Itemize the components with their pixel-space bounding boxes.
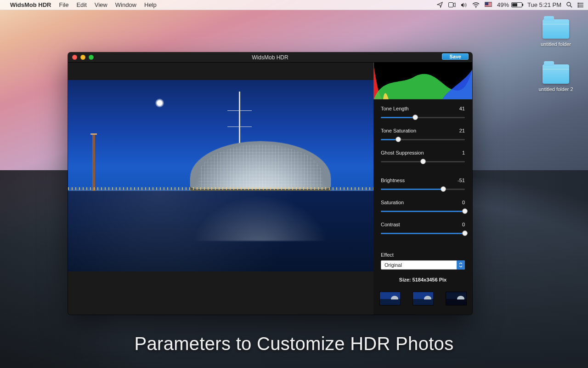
- slider-label: Contrast: [381, 222, 400, 227]
- folder-label: untitled folder: [537, 41, 574, 47]
- battery-icon: [511, 2, 522, 7]
- slider-contrast[interactable]: Contrast0: [381, 222, 465, 236]
- slider-value: -51: [458, 178, 465, 183]
- image-preview: [68, 80, 373, 271]
- histogram: [373, 63, 472, 99]
- volume-icon[interactable]: [461, 2, 467, 8]
- slider-tone-saturation[interactable]: Tone Saturation21: [381, 128, 465, 143]
- svg-point-7: [578, 2, 579, 3]
- battery-status[interactable]: 49%: [497, 1, 522, 8]
- menu-edit[interactable]: Edit: [76, 1, 86, 8]
- marketing-caption: Parameters to Customize HDR Photos: [0, 334, 588, 354]
- folder-icon: [543, 64, 569, 84]
- menu-window[interactable]: Window: [115, 1, 136, 8]
- svg-point-9: [578, 6, 579, 7]
- bracket-thumbnail[interactable]: [446, 292, 467, 305]
- slider-ghost-suppression[interactable]: Ghost Suppression1: [381, 150, 465, 165]
- slider-label: Brightness: [381, 178, 405, 183]
- menu-view[interactable]: View: [95, 1, 107, 8]
- slider-label: Ghost Suppression: [381, 150, 424, 155]
- desktop-folder[interactable]: untitled folder 2: [537, 64, 574, 92]
- effect-label: Effect: [381, 252, 465, 258]
- bracket-thumbnail[interactable]: [413, 292, 434, 305]
- slider-saturation[interactable]: Saturation0: [381, 200, 465, 214]
- slider-tone-length[interactable]: Tone Length41: [381, 106, 465, 121]
- slider-value: 0: [462, 222, 465, 227]
- desktop: WidsMob HDR File Edit View Window Help 4…: [0, 0, 588, 368]
- slider-value: 41: [459, 106, 465, 111]
- input-source-flag-icon[interactable]: [485, 1, 492, 8]
- chevron-up-down-icon: [457, 260, 465, 270]
- svg-point-1: [475, 7, 476, 8]
- menu-file[interactable]: File: [59, 1, 68, 8]
- svg-point-8: [578, 4, 579, 5]
- adjustments-panel: Tone Length41 Tone Saturation21 Ghost Su…: [373, 63, 472, 315]
- menubar-clock[interactable]: Tue 5:21 PM: [527, 1, 561, 8]
- bracket-thumbnail[interactable]: [379, 292, 401, 305]
- slider-label: Saturation: [381, 200, 404, 205]
- save-button[interactable]: Save: [442, 53, 469, 60]
- effect-select[interactable]: Original: [381, 260, 465, 270]
- location-icon[interactable]: [437, 2, 443, 8]
- notification-center-icon[interactable]: [577, 2, 583, 8]
- menu-app-name[interactable]: WidsMob HDR: [10, 1, 51, 8]
- menu-help[interactable]: Help: [144, 1, 157, 8]
- slider-brightness[interactable]: Brightness-51: [381, 178, 465, 192]
- slider-value: 1: [462, 150, 465, 155]
- window-title: WidsMob HDR: [68, 54, 472, 61]
- bracket-thumbnails: [373, 288, 472, 311]
- facetime-icon[interactable]: [448, 2, 456, 7]
- folder-icon: [543, 19, 569, 39]
- slider-label: Tone Length: [381, 106, 409, 111]
- slider-value: 0: [462, 200, 465, 205]
- effect-selected-value: Original: [384, 262, 402, 268]
- spotlight-icon[interactable]: [566, 2, 572, 8]
- slider-value: 21: [459, 128, 465, 133]
- window-titlebar[interactable]: WidsMob HDR Save: [68, 52, 472, 63]
- folder-label: untitled folder 2: [537, 86, 574, 92]
- battery-percent-label: 49%: [497, 1, 509, 8]
- svg-rect-0: [449, 3, 453, 7]
- menubar: WidsMob HDR File Edit View Window Help 4…: [0, 0, 588, 10]
- svg-point-2: [567, 2, 571, 6]
- desktop-folder[interactable]: untitled folder: [537, 19, 574, 47]
- slider-label: Tone Saturation: [381, 128, 416, 133]
- image-size-label: Size: 5184x3456 Pix: [381, 277, 465, 282]
- svg-line-3: [570, 6, 572, 7]
- app-window: WidsMob HDR Save: [68, 52, 472, 315]
- wifi-icon[interactable]: [472, 2, 480, 8]
